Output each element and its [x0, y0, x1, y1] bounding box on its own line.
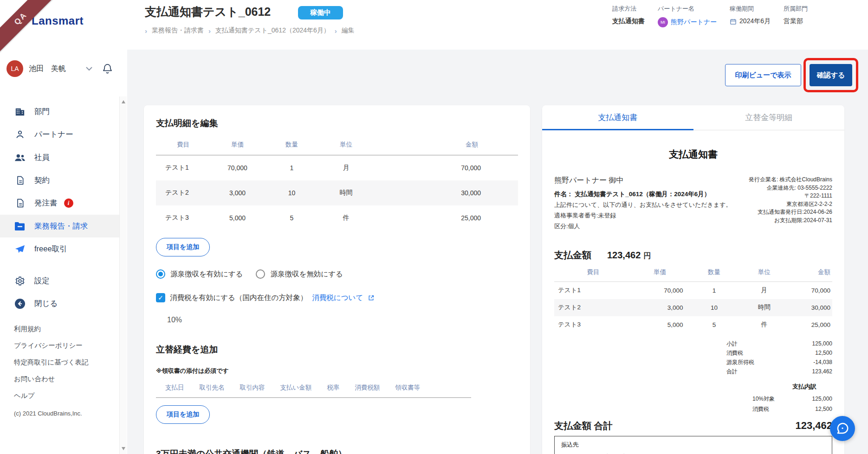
meta-partner: パートナー名 MI 熊野パートナー [658, 5, 717, 27]
category: 区分:個人 [554, 222, 732, 230]
meta-department: 所属部門 営業部 [784, 5, 808, 27]
breadcrumb-item-document[interactable]: 支払通知書テスト_0612（2024年6月） [215, 26, 330, 35]
sidebar-item-settings[interactable]: 設定 [0, 269, 119, 292]
breadcrumb-item-reports[interactable]: 業務報告・請求書 [152, 26, 204, 35]
radio-checked-icon[interactable] [156, 269, 165, 279]
table-row: テスト1 70,000 1 月 70,000 [554, 282, 832, 299]
meta-billing-method: 請求方法 支払通知書 [612, 5, 645, 27]
external-link-icon[interactable] [368, 294, 375, 301]
chevron-right-icon: › [208, 27, 211, 35]
link-terms[interactable]: 利用規約 [14, 325, 41, 333]
sidebar: Lansmart LA 池田 美帆 部門 パートナー 社員 契約 [0, 0, 127, 454]
preview-items-table: 費目 単価 数量 単位 金額 テスト1 70,000 1 月 70,000 テス… [554, 268, 832, 333]
table-row[interactable]: テスト1 70,000 1 月 70,000 [156, 155, 518, 180]
document-title: 支払通知書 [554, 148, 832, 161]
breakdown-row: 消費税 12,500 [752, 404, 832, 414]
breakdown-block: 10%対象 125,000 消費税 12,500 [752, 394, 832, 414]
chevron-right-icon: › [145, 27, 147, 35]
add-item-button[interactable]: 項目を追加 [156, 238, 210, 256]
addressee: 熊野パートナー 御中 [554, 176, 732, 185]
withholding-row: 源泉所得税 -14,038 [726, 358, 832, 367]
bell-icon[interactable] [102, 63, 113, 75]
link-help[interactable]: ヘルプ [14, 391, 35, 400]
print-view-button[interactable]: 印刷ビューで表示 [725, 64, 801, 86]
table-row: テスト2 3,000 10 時間 30,000 [554, 299, 832, 316]
sidebar-item-employees[interactable]: 社員 [0, 146, 119, 169]
breakdown-row: 10%対象 125,000 [752, 394, 832, 404]
gear-icon [14, 276, 26, 286]
subtotal-row: 小計 125,000 [726, 339, 832, 348]
table-row[interactable]: テスト3 5,000 5 件 25,000 [156, 205, 518, 230]
people-icon [14, 153, 26, 163]
withholding-enable-option[interactable]: 源泉徴収を有効にする [156, 269, 243, 279]
edit-panel-title: 支払明細を編集 [156, 117, 518, 129]
sidebar-item-contracts[interactable]: 契約 [0, 169, 119, 192]
tab-payment-notice[interactable]: 支払通知書 [542, 105, 693, 130]
payment-detail-edit-panel: 支払明細を編集 費目 単価 数量 単位 金額 テスト1 70,000 1 月 7… [144, 105, 530, 454]
chevron-down-icon[interactable] [85, 66, 93, 71]
collapse-icon [14, 298, 26, 309]
totals-block: 小計 125,000 消費税 12,500 源泉所得税 -14,038 合計 1… [726, 339, 832, 376]
link-privacy-policy[interactable]: プライバシーポリシー [14, 341, 83, 350]
document-preview-panel: 支払通知書 立替金等明細 支払通知書 熊野パートナー 御中 件名： 支払通知書テ… [542, 105, 844, 454]
chat-icon [836, 422, 849, 435]
expense-section-title: 立替経費を追加 [156, 344, 518, 356]
alert-info-badge: i [64, 198, 73, 208]
partner-avatar: MI [658, 17, 668, 27]
bank-transfer-box: 振込先 埼玉りそな銀行 狭山支店 普通 9991111 [554, 436, 832, 454]
withholding-disable-option[interactable]: 源泉徴収を無効にする [256, 269, 343, 279]
meta-period: 稼働期間 2024年6月 [730, 5, 771, 27]
document-icon [14, 198, 26, 208]
link-commercial-law[interactable]: 特定商取引に基づく表記 [14, 358, 89, 367]
status-badge: 稼働中 [298, 6, 343, 19]
user-row: LA 池田 美帆 [6, 59, 123, 78]
expense-table-header-row: 支払日 取引先名 取引内容 支払い金額 税率 消費税額 領収書等 [156, 384, 471, 398]
document-icon [14, 175, 26, 185]
link-contact[interactable]: お問い合わせ [14, 375, 55, 384]
sidebar-item-departments[interactable]: 部門 [0, 100, 119, 123]
user-name: 池田 美帆 [29, 64, 66, 74]
folder-icon [14, 222, 26, 231]
preview-tabs: 支払通知書 立替金等明細 [542, 105, 844, 130]
tax-row: 消費税 12,500 [726, 348, 832, 358]
transport-section-title: 3万円未満の公共交通機関（鉄道、バス、船舶） [156, 448, 518, 454]
sidebar-item-purchase-orders[interactable]: 発注書 i [0, 192, 119, 214]
expense-note: ※領収書の添付は必須です [156, 367, 518, 375]
paper-plane-icon [14, 244, 26, 254]
copyright-text: (c) 2021 CloudBrains,Inc. [14, 410, 82, 417]
table-row[interactable]: テスト2 3,000 10 時間 30,000 [156, 180, 518, 205]
chevron-right-icon: › [335, 27, 337, 35]
business-number: 適格事業者番号:未登録 [554, 211, 732, 220]
logo-text: Lansmart [32, 14, 84, 27]
radio-unchecked-icon[interactable] [256, 269, 265, 279]
chat-support-button[interactable] [830, 416, 855, 441]
sidebar-item-partners[interactable]: パートナー [0, 123, 119, 146]
issuer-info-block: 発行企業名: 株式会社CloudBrains 企業連絡先: 03-5555-22… [749, 176, 832, 230]
payment-amount-line: 支払金額 123,462 円 [554, 249, 832, 262]
scroll-down-arrow[interactable] [122, 447, 125, 450]
checkbox-checked-icon[interactable]: ✓ [156, 293, 165, 302]
partner-link[interactable]: 熊野パートナー [671, 18, 717, 26]
confirm-button[interactable]: 確認する [810, 64, 852, 86]
document-message: 上記件について、以下の通り、お支払いをさせていただきます。 [554, 201, 732, 209]
tab-reimbursement-detail[interactable]: 立替金等明細 [693, 105, 845, 130]
payment-notice-document: 支払通知書 熊野パートナー 御中 件名： 支払通知書テスト_0612（稼働月：2… [542, 130, 844, 454]
total-row: 合計 123,462 [726, 367, 832, 376]
sidebar-item-reports-billing[interactable]: 業務報告・請求 [0, 215, 119, 237]
user-avatar: LA [6, 60, 23, 77]
breadcrumb: › 業務報告・請求書 › 支払通知書テスト_0612（2024年6月） › 編集 [145, 26, 355, 35]
breakdown-title: 支払内訳 [554, 383, 832, 391]
table-header-row: 費目 単価 数量 単位 金額 [156, 141, 518, 155]
page-title: 支払通知書テスト_0612 [145, 4, 271, 19]
consumption-tax-row: ✓ 消費税を有効にする（国内在住の方対象） 消費税について [156, 293, 518, 303]
bank-box-title: 振込先 [561, 441, 825, 449]
tax-info-link[interactable]: 消費税について [312, 293, 363, 303]
sidebar-scrollbar[interactable] [119, 96, 127, 454]
sidebar-item-collapse[interactable]: 閉じる [0, 292, 119, 315]
scroll-up-arrow[interactable] [122, 100, 125, 103]
table-header-row: 費目 単価 数量 単位 金額 [554, 268, 832, 282]
document-subject: 件名： 支払通知書テスト_0612（稼働月：2024年6月） [554, 190, 732, 198]
consumption-tax-label: 消費税を有効にする（国内在住の方対象） [170, 293, 307, 303]
add-expense-button[interactable]: 項目を追加 [156, 405, 210, 424]
sidebar-item-freee[interactable]: freee取引 [0, 237, 119, 260]
